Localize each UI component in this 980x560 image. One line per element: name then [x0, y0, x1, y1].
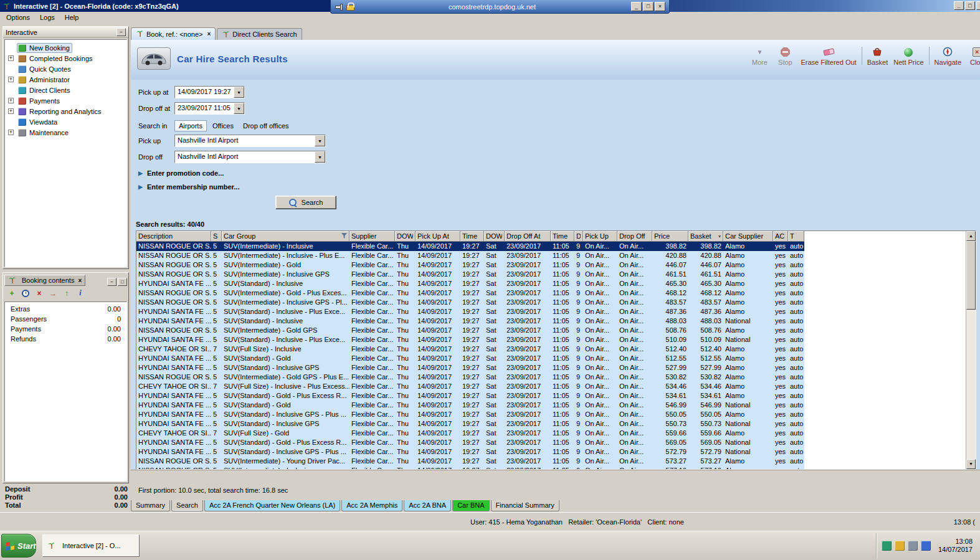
- sort-icon[interactable]: ▾: [718, 234, 721, 239]
- start-button[interactable]: Start: [1, 534, 36, 558]
- col-header-time-9[interactable]: Time: [551, 231, 574, 242]
- result-row[interactable]: NISSAN ROGUE OR S...5SUV(Intermediate) -…: [136, 298, 804, 307]
- toolbar-erase-filtered-out[interactable]: Erase Filtered Out: [799, 45, 858, 67]
- export-icon[interactable]: →: [47, 288, 59, 298]
- close-icon[interactable]: ×: [976, 1, 980, 10]
- membership-number-disclosure[interactable]: ▶ Enter membership number...: [138, 183, 239, 191]
- drop-off-at-combo[interactable]: 23/09/2017 11:05 ▼: [174, 102, 245, 115]
- minimize-icon[interactable]: _: [954, 1, 964, 10]
- float-panel-icon[interactable]: □: [118, 278, 127, 286]
- toolbar-navigate[interactable]: Navigate: [933, 45, 963, 67]
- searchin-offices[interactable]: Offices: [209, 121, 237, 131]
- close-icon[interactable]: ×: [655, 2, 665, 11]
- result-row[interactable]: HYUNDAI SANTA FE ...5SUV(Standard) - Inc…: [136, 279, 804, 288]
- chevron-down-icon[interactable]: ▼: [315, 135, 325, 146]
- searchin-airports[interactable]: Airports: [174, 120, 207, 131]
- col-header-t-17[interactable]: T: [788, 231, 804, 242]
- toolbar-nett-price[interactable]: Nett Price: [892, 45, 925, 67]
- col-header-car-group-2[interactable]: Car Group: [222, 231, 350, 242]
- col-header-s-1[interactable]: S: [211, 231, 222, 242]
- vertical-scrollbar[interactable]: ▲ ▼: [966, 231, 976, 469]
- col-header-drop-off-12[interactable]: Drop Off: [617, 231, 652, 242]
- result-row[interactable]: NISSAN ROGUE OR S...5SUV(Intermediate) -…: [136, 260, 804, 270]
- promotion-code-disclosure[interactable]: ▶ Enter promotion code...: [138, 169, 224, 177]
- add-icon[interactable]: +: [6, 288, 17, 298]
- delete-icon[interactable]: ×: [34, 288, 45, 298]
- sidebar-item-viewdata[interactable]: Viewdata: [5, 116, 126, 127]
- scrollbar-thumb[interactable]: [966, 241, 976, 310]
- collapse-panel-icon[interactable]: −: [107, 278, 117, 286]
- pick-up-at-combo[interactable]: 14/09/2017 19:27 ▼: [174, 86, 245, 98]
- result-row[interactable]: HYUNDAI SANTA FE ...5SUV(Standard) - Gol…: [136, 401, 804, 410]
- drop-off-combo[interactable]: Nashville Intl Airport ▼: [174, 151, 326, 163]
- col-header-time-6[interactable]: Time: [460, 231, 484, 242]
- result-row[interactable]: HYUNDAI SANTA FE ...5SUV(Standard) - Inc…: [136, 447, 804, 457]
- filter-funnel-icon[interactable]: [341, 232, 347, 240]
- expander-icon[interactable]: +: [8, 55, 14, 61]
- result-row[interactable]: NISSAN ROGUE OR S...5SUV(Intermediate) -…: [136, 270, 804, 279]
- result-row[interactable]: NISSAN ROGUE OR S...5SUV(Intermediate) -…: [136, 457, 804, 466]
- minimize-icon[interactable]: _: [631, 2, 642, 11]
- close-tab-icon[interactable]: ×: [207, 31, 211, 37]
- bottom-tab-acc-2a-bna[interactable]: Acc 2A BNA: [404, 500, 451, 511]
- result-row[interactable]: NISSAN ROGUE OR S...5SUV(Intermediate) -…: [136, 373, 804, 382]
- result-row[interactable]: HYUNDAI SANTA FE ...5SUV(Standard) - Inc…: [136, 307, 804, 316]
- result-row[interactable]: HYUNDAI SANTA FE ...5SUV(Standard) - Inc…: [136, 419, 804, 429]
- bottom-tab-summary[interactable]: Summary: [131, 500, 170, 511]
- result-row[interactable]: NISSAN ROGUE OR S...5SUV(Intermediate) -…: [136, 288, 804, 298]
- col-header-pick-up-11[interactable]: Pick Up: [583, 231, 617, 242]
- chevron-down-icon[interactable]: ▼: [315, 151, 325, 163]
- menu-options[interactable]: Options: [1, 12, 35, 22]
- col-header-dow-4[interactable]: DOW: [395, 231, 416, 242]
- sidebar-item-new-booking[interactable]: New Booking: [5, 42, 126, 53]
- expander-icon[interactable]: +: [8, 108, 14, 114]
- expander-icon[interactable]: +: [8, 98, 14, 103]
- col-header-basket-14[interactable]: Basket▾: [688, 231, 723, 242]
- network-icon[interactable]: [882, 541, 892, 551]
- tab-direct-clients-search[interactable]: Direct Clients Search: [217, 28, 302, 40]
- bottom-tab-car-bna[interactable]: Car BNA: [452, 500, 489, 511]
- upload-icon[interactable]: ↑: [61, 288, 72, 298]
- sidebar-item-maintenance[interactable]: +Maintenance: [5, 127, 126, 138]
- result-row[interactable]: HYUNDAI SANTA FE ...5SUV(Standard) - Inc…: [136, 410, 804, 419]
- collapse-panel-icon[interactable]: −: [117, 28, 126, 36]
- toolbar-clos[interactable]: Clos: [965, 45, 980, 67]
- col-header-car-supplier-15[interactable]: Car Supplier: [723, 231, 773, 242]
- expander-icon[interactable]: +: [8, 77, 14, 82]
- menu-logs[interactable]: Logs: [35, 12, 60, 22]
- col-header-d-10[interactable]: D: [574, 231, 583, 242]
- result-row[interactable]: HYUNDAI SANTA FE ...5SUV(Standard) - Gol…: [136, 438, 804, 447]
- col-header-pick-up-at-5[interactable]: Pick Up At: [416, 231, 460, 242]
- col-header-supplier-3[interactable]: Supplier: [350, 231, 395, 242]
- chevron-down-icon[interactable]: ▼: [234, 103, 244, 114]
- result-row[interactable]: HYUNDAI SANTA FE ...5SUV(Standard) - Inc…: [136, 363, 804, 373]
- col-header-dow-7[interactable]: DOW: [484, 231, 505, 242]
- sidebar-item-reporting-and-analytics[interactable]: +Reporting and Analytics: [5, 106, 126, 116]
- booking-contents-tab[interactable]: Booking contents ×: [4, 275, 85, 286]
- taskbar-task-button[interactable]: Interactive [2] - O...: [42, 534, 140, 557]
- tab-book-ref-none[interactable]: Book, ref.: <none>×: [131, 27, 216, 40]
- display-icon[interactable]: [908, 541, 918, 551]
- sidebar-item-payments[interactable]: +Payments: [5, 95, 126, 106]
- search-button[interactable]: Search: [275, 196, 336, 209]
- result-row[interactable]: HYUNDAI SANTA FE ...5SUV(Standard) - Gol…: [136, 391, 804, 401]
- sidebar-item-administrator[interactable]: +Administrator: [5, 74, 126, 85]
- result-row[interactable]: HYUNDAI SANTA FE ...5SUV(Standard) - Inc…: [136, 335, 804, 344]
- scroll-up-icon[interactable]: ▲: [966, 231, 976, 241]
- sidebar-item-quick-quotes[interactable]: Quick Quotes: [5, 64, 126, 74]
- bottom-tab-search[interactable]: Search: [171, 500, 203, 511]
- history-icon[interactable]: [20, 288, 31, 298]
- result-row[interactable]: HYUNDAI SANTA FE ...5SUV(Standard) - Gol…: [136, 354, 804, 363]
- maximize-icon[interactable]: □: [965, 1, 975, 10]
- expander-icon[interactable]: +: [8, 130, 14, 135]
- messenger-icon[interactable]: [921, 541, 931, 551]
- bottom-tab-acc-2a-memphis[interactable]: Acc 2A Memphis: [341, 500, 402, 511]
- rdp-connection-bar[interactable]: comostreetrdp.topdog.uk.net _ □ ×: [330, 0, 670, 14]
- menu-help[interactable]: Help: [60, 12, 84, 22]
- bottom-tab-acc-2a-french-quarter-new-orleans-la[interactable]: Acc 2A French Quarter New Orleans (LA): [204, 500, 340, 511]
- result-row[interactable]: CHEVY TAHOE OR SI...7SUV(Full Size) - In…: [136, 344, 804, 354]
- result-row[interactable]: NISSAN ROGUE OR S...5SUV(Intermediate) -…: [136, 326, 804, 335]
- toolbar-basket[interactable]: Basket: [865, 45, 890, 67]
- result-row[interactable]: CHEVY TAHOE OR SI...7SUV(Full Size) - In…: [136, 382, 804, 391]
- searchin-drop-off-offices[interactable]: Drop off offices: [239, 121, 293, 131]
